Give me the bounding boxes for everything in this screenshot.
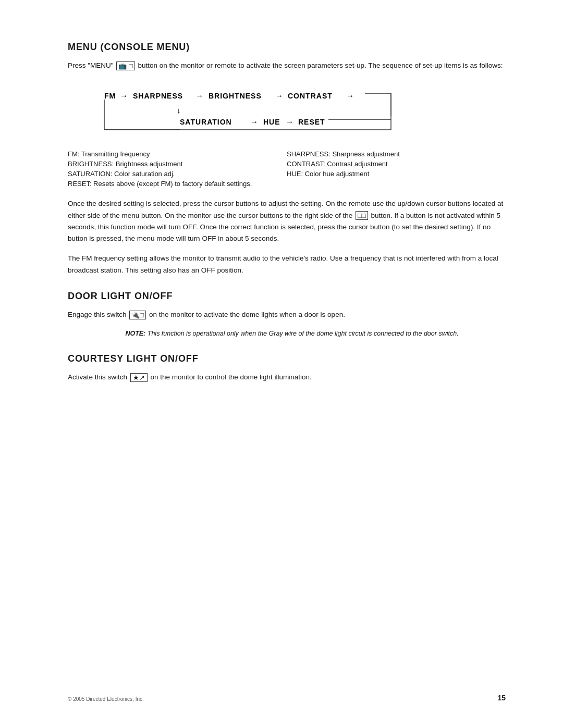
- legend-cell-fm: FM: Transmitting frequency: [68, 149, 287, 159]
- svg-text:→: →: [120, 91, 128, 100]
- svg-text:SHARPNESS: SHARPNESS: [133, 92, 183, 100]
- legend-cell-hue: HUE: Color hue adjustment: [287, 169, 506, 179]
- courtesy-light-body: Activate this switch ★↗ on the monitor t…: [68, 372, 506, 383]
- section-title-courtesy-light: Courtesy Light On/Off: [68, 353, 506, 364]
- section-title-door-light: Door Light On/Off: [68, 291, 506, 302]
- footer: © 2005 Directed Electronics, Inc. 15: [68, 694, 506, 702]
- legend-cell-reset: RESET: Resets above (except FM) to facto…: [68, 179, 506, 189]
- page: Menu (Console Menu) Press "MENU" 📺 □ but…: [0, 0, 563, 728]
- legend-cell-contrast: CONTRAST: Contrast adjustment: [287, 159, 506, 169]
- svg-text:→: →: [275, 91, 283, 100]
- section-menu-console: Menu (Console Menu) Press "MENU" 📺 □ but…: [68, 42, 506, 276]
- svg-text:→: →: [286, 117, 293, 126]
- svg-text:HUE: HUE: [263, 118, 280, 126]
- legend-row-1: FM: Transmitting frequency SHARPNESS: Sh…: [68, 149, 506, 159]
- menu-inline-icon-1: □□: [356, 211, 368, 220]
- svg-text:↓: ↓: [177, 106, 181, 115]
- legend-cell-sharpness: SHARPNESS: Sharpness adjustment: [287, 149, 506, 159]
- svg-text:RESET: RESET: [298, 118, 325, 126]
- menu-intro-text: Press "MENU" 📺 □ button on the monitor o…: [68, 60, 506, 71]
- menu-body1: Once the desired setting is selected, pr…: [68, 198, 506, 244]
- legend-row-2: BRIGHTNESS: Brightness adjustment CONTRA…: [68, 159, 506, 169]
- courtesy-switch-icon: ★↗: [130, 373, 148, 382]
- svg-text:→: →: [195, 91, 203, 100]
- svg-text:→: →: [250, 117, 258, 126]
- legend-cell-brightness: BRIGHTNESS: Brightness adjustment: [68, 159, 287, 169]
- section-courtesy-light: Courtesy Light On/Off Activate this swit…: [68, 353, 506, 383]
- door-switch-icon: 🔌□: [129, 311, 146, 319]
- svg-text:→: →: [346, 91, 354, 100]
- svg-text:BRIGHTNESS: BRIGHTNESS: [209, 92, 262, 100]
- section-door-light: Door Light On/Off Engage this switch 🔌□ …: [68, 291, 506, 339]
- door-light-body: Engage this switch 🔌□ on the monitor to …: [68, 309, 506, 320]
- door-light-note: NOTE: This function is operational only …: [109, 329, 474, 339]
- svg-text:FM: FM: [104, 92, 116, 100]
- flow-diagram-svg: FM → SHARPNESS → BRIGHTNESS → CONTRAST →: [99, 84, 464, 139]
- legend-row-4: RESET: Resets above (except FM) to facto…: [68, 179, 506, 189]
- menu-button-icon: 📺 □: [116, 61, 134, 70]
- menu-body2: The FM frequency setting allows the moni…: [68, 253, 506, 276]
- svg-text:CONTRAST: CONTRAST: [288, 92, 333, 100]
- flow-diagram: FM → SHARPNESS → BRIGHTNESS → CONTRAST →: [99, 84, 506, 139]
- copyright-text: © 2005 Directed Electronics, Inc.: [68, 696, 144, 702]
- page-number: 15: [497, 694, 506, 702]
- flow-legend: FM: Transmitting frequency SHARPNESS: Sh…: [68, 149, 506, 189]
- svg-text:SATURATION: SATURATION: [180, 118, 232, 126]
- legend-cell-saturation: SATURATION: Color saturation adj.: [68, 169, 287, 179]
- legend-row-3: SATURATION: Color saturation adj. HUE: C…: [68, 169, 506, 179]
- section-title-menu: Menu (Console Menu): [68, 42, 506, 53]
